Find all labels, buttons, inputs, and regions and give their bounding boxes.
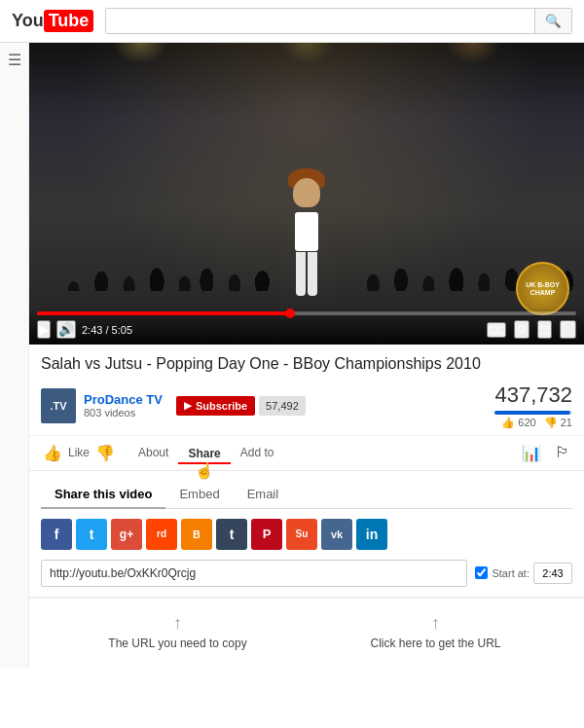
start-at-checkbox[interactable] <box>475 566 488 579</box>
blogger-icon[interactable]: B <box>181 519 212 550</box>
linkedin-icon[interactable]: in <box>356 519 387 550</box>
dancer-figure <box>273 140 341 296</box>
tumblr-icon[interactable]: t <box>216 519 247 550</box>
youtube-logo: YouTube <box>12 10 93 32</box>
add-to-link[interactable]: Add to <box>231 442 284 463</box>
callout-section: ↑ The URL you need to copy ↑ Click here … <box>29 598 584 668</box>
tab-embed[interactable]: Embed <box>165 481 233 509</box>
channel-row: .TV ProDance TV 803 videos ▶ Subscribe 5… <box>41 382 572 429</box>
progress-bar[interactable] <box>37 311 576 315</box>
action-bar: 👍 Like 👎 About Share ☝ Add to 📊 🏳 <box>29 436 584 471</box>
video-scene: UK B-BOY CHAMP <box>29 43 584 345</box>
facebook-icon[interactable]: f <box>41 519 72 550</box>
social-icons: f t g+ rd B t P Su vk in <box>41 519 572 550</box>
dancer-body <box>293 178 320 296</box>
share-panel: Share this video Embed Email f t g+ rd B… <box>29 471 584 598</box>
tab-share-this-video[interactable]: Share this video <box>41 481 165 509</box>
like-bar <box>494 411 572 415</box>
channel-avatar[interactable]: .TV <box>41 388 76 423</box>
main-content: UK B-BOY CHAMP ▶ 🔊 2:43 / 5:05 <box>29 43 584 668</box>
video-player[interactable]: UK B-BOY CHAMP ▶ 🔊 2:43 / 5:05 <box>29 43 584 345</box>
dislike-count: 👎 21 <box>544 417 572 429</box>
like-btn-area: 👍 Like 👎 <box>41 442 117 464</box>
like-count: 👍 620 <box>501 417 535 429</box>
channel-left: .TV ProDance TV 803 videos ▶ Subscribe 5… <box>41 388 306 423</box>
controls-row: ▶ 🔊 2:43 / 5:05 CC ⚙ ⊡ ⛶ <box>37 320 576 339</box>
logo-tube: Tube <box>44 10 94 32</box>
like-bar-fill <box>494 411 569 415</box>
start-at-area: Start at: <box>475 563 572 584</box>
click-callout-text: Click here to get the URL <box>370 636 500 652</box>
click-arrow-icon: ↑ <box>431 614 440 632</box>
video-title: Salah vs Jutsu - Popping Day One - BBoy … <box>41 354 572 375</box>
channel-name[interactable]: ProDance TV <box>84 392 163 407</box>
settings-button[interactable]: ⚙ <box>514 320 529 339</box>
time-display: 2:43 / 5:05 <box>82 324 132 336</box>
channel-video-count: 803 videos <box>84 407 163 419</box>
url-input[interactable] <box>41 560 467 587</box>
fullscreen-button[interactable]: ⛶ <box>560 320 576 339</box>
google-plus-icon[interactable]: g+ <box>111 519 142 550</box>
view-count: 437,732 <box>494 382 572 408</box>
hamburger-icon[interactable]: ☰ <box>8 53 21 68</box>
url-arrow-icon: ↑ <box>173 614 182 632</box>
play-button[interactable]: ▶ <box>37 320 51 339</box>
subscribe-button[interactable]: ▶ Subscribe <box>176 396 255 416</box>
progress-fill <box>37 311 290 315</box>
view-count-area: 437,732 👍 620 👎 21 <box>494 382 572 429</box>
dancer-leg-right <box>308 252 317 296</box>
page-body: ☰ <box>0 43 584 668</box>
like-button[interactable]: 👍 <box>41 442 64 464</box>
share-link-container: Share ☝ <box>178 446 230 460</box>
dancer-leg-left <box>296 252 306 296</box>
progress-dot <box>285 309 295 318</box>
time-total: 5:05 <box>112 324 132 336</box>
callout-right: ↑ Click here to get the URL <box>307 614 565 652</box>
search-icon: 🔍 <box>545 14 562 28</box>
video-info: Salah vs Jutsu - Popping Day One - BBoy … <box>29 345 584 436</box>
flag-button[interactable]: 🏳 <box>553 442 572 464</box>
stats-button[interactable]: 📊 <box>520 442 543 464</box>
logo-you: You <box>12 11 44 31</box>
url-callout-text: The URL you need to copy <box>108 636 246 652</box>
miniplayer-button[interactable]: ⊡ <box>537 320 552 339</box>
callout-left: ↑ The URL you need to copy <box>49 614 307 652</box>
share-link[interactable]: Share <box>178 443 230 464</box>
about-link[interactable]: About <box>128 442 178 463</box>
ctrl-right-buttons: CC ⚙ ⊡ ⛶ <box>487 320 576 339</box>
video-controls: ▶ 🔊 2:43 / 5:05 CC ⚙ ⊡ ⛶ <box>29 308 584 345</box>
search-button[interactable]: 🔍 <box>534 9 571 33</box>
dancer-head <box>293 178 320 207</box>
like-label: Like <box>68 446 90 459</box>
vk-icon[interactable]: vk <box>321 519 352 550</box>
start-at-label: Start at: <box>492 567 529 579</box>
dislike-button[interactable]: 👎 <box>93 442 117 464</box>
search-bar[interactable]: 🔍 <box>105 8 572 34</box>
stumbleupon-icon[interactable]: Su <box>286 519 317 550</box>
stage-lights <box>29 43 584 82</box>
champ-logo-text: UK B-BOY CHAMP <box>518 281 567 296</box>
cc-button[interactable]: CC <box>487 322 506 338</box>
pinterest-icon[interactable]: P <box>251 519 282 550</box>
search-input[interactable] <box>106 9 534 33</box>
start-at-input[interactable] <box>533 563 572 584</box>
tab-email[interactable]: Email <box>234 481 293 509</box>
time-current: 2:43 <box>82 324 102 336</box>
twitter-icon[interactable]: t <box>76 519 107 550</box>
url-row: Start at: <box>41 560 572 587</box>
like-dislike: 👍 620 👎 21 <box>494 417 572 429</box>
dancer-torso <box>295 212 318 251</box>
dancer-legs <box>293 252 320 296</box>
reddit-icon[interactable]: rd <box>146 519 177 550</box>
volume-button[interactable]: 🔊 <box>56 320 76 339</box>
subscriber-count: 57,492 <box>259 396 306 416</box>
sidebar: ☰ <box>0 43 29 668</box>
channel-info: ProDance TV 803 videos <box>84 392 163 419</box>
header: YouTube 🔍 <box>0 0 584 43</box>
share-tabs: Share this video Embed Email <box>41 481 572 509</box>
